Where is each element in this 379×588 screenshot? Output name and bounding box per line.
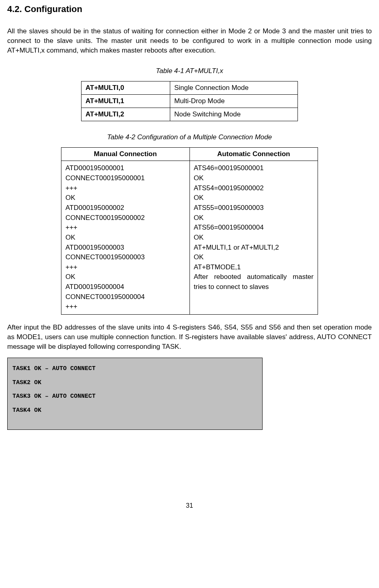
table-row: ATD000195000001 CONNECT000195000001 +++ … [61, 161, 318, 315]
cell-desc: Node Switching Mode [170, 108, 298, 121]
manual-text: ATD000195000001 CONNECT000195000001 +++ … [65, 164, 145, 310]
cell-auto: ATS46=000195000001 OK ATS54=000195000002… [190, 161, 318, 315]
table-row: AT+MULTI,1 Multi-Drop Mode [82, 95, 298, 108]
cell-cmd: AT+MULTI,1 [82, 95, 170, 108]
cell-manual: ATD000195000001 CONNECT000195000001 +++ … [61, 161, 190, 315]
table-row: AT+MULTI,2 Node Switching Mode [82, 108, 298, 121]
section-heading: 4.2. Configuration [7, 4, 372, 14]
header-manual: Manual Connection [61, 148, 190, 161]
table2-caption: Table 4-2 Configuration of a Multiple Co… [7, 133, 372, 141]
header-auto: Automatic Connection [190, 148, 318, 161]
auto-last-text: After rebooted automatically master trie… [194, 272, 314, 292]
task-output-box: TASK1 OK – AUTO CONNECT TASK2 OK TASK3 O… [7, 358, 263, 430]
intro-paragraph: All the slaves should be in the status o… [7, 26, 372, 55]
after-paragraph: After input the BD addresses of the slav… [7, 323, 372, 351]
table-header-row: Manual Connection Automatic Connection [61, 148, 318, 161]
cell-desc: Multi-Drop Mode [170, 95, 298, 108]
cell-desc: Single Connection Mode [170, 81, 298, 95]
table-row: AT+MULTI,0 Single Connection Mode [82, 81, 298, 95]
auto-text: ATS46=000195000001 OK ATS54=000195000002… [194, 164, 279, 271]
table1-caption: Table 4-1 AT+MULTI,x [7, 67, 372, 75]
cell-cmd: AT+MULTI,0 [82, 81, 170, 95]
page-number: 31 [7, 502, 372, 509]
table-at-multi: AT+MULTI,0 Single Connection Mode AT+MUL… [81, 81, 298, 121]
table-config-mode: Manual Connection Automatic Connection A… [61, 147, 318, 315]
cell-cmd: AT+MULTI,2 [82, 108, 170, 121]
